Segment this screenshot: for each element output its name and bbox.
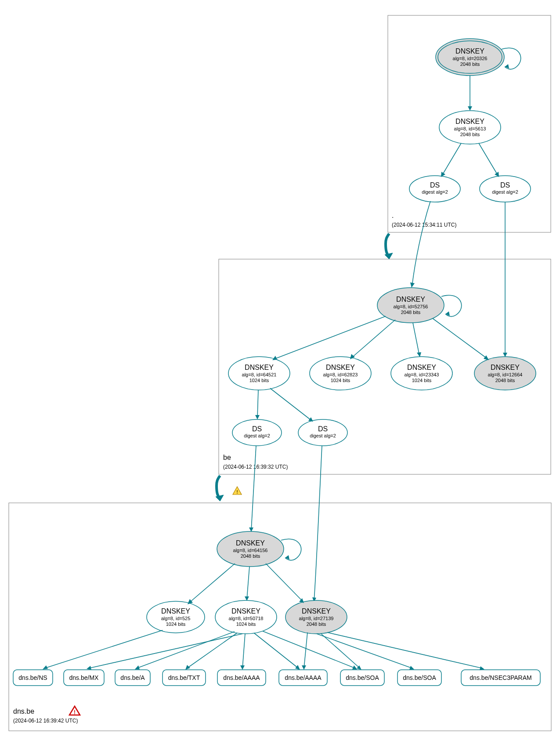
- svg-text:dns.be/AAAA: dns.be/AAAA: [285, 674, 322, 681]
- svg-text:alg=8, id=20326: alg=8, id=20326: [453, 56, 488, 61]
- svg-text:dns.be/NS: dns.be/NS: [18, 674, 47, 681]
- rrset-ns[interactable]: dns.be/NS: [13, 670, 53, 686]
- rrset-soa1[interactable]: dns.be/SOA: [340, 670, 384, 686]
- error-icon[interactable]: !: [69, 706, 80, 715]
- svg-text:1024 bits: 1024 bits: [331, 378, 350, 383]
- svg-marker-10: [468, 106, 472, 111]
- svg-text:dns.be/AAAA: dns.be/AAAA: [223, 674, 260, 681]
- node-dnsbe-z3[interactable]: DNSKEY alg=8, id=27139 2048 bits: [285, 600, 347, 634]
- svg-text:DNSKEY: DNSKEY: [326, 364, 355, 371]
- svg-text:2048 bits: 2048 bits: [401, 310, 421, 315]
- zone-root-label: .: [392, 212, 394, 219]
- svg-text:2048 bits: 2048 bits: [241, 553, 260, 559]
- svg-text:DNSKEY: DNSKEY: [245, 364, 274, 371]
- svg-text:DNSKEY: DNSKEY: [236, 539, 265, 547]
- svg-text:DNSKEY: DNSKEY: [396, 296, 425, 303]
- svg-text:alg=8, id=50718: alg=8, id=50718: [229, 616, 264, 621]
- svg-text:alg=8, id=525: alg=8, id=525: [161, 616, 191, 621]
- svg-text:alg=8, id=5613: alg=8, id=5613: [454, 126, 486, 131]
- warning-icon[interactable]: !: [233, 487, 242, 495]
- node-dnsbe-z2[interactable]: DNSKEY alg=8, id=50718 1024 bits: [215, 600, 277, 634]
- node-be-ds1[interactable]: DS digest alg=2: [232, 419, 282, 446]
- dnssec-graph: . (2024-06-12 15:34:11 UTC) DNSKEY alg=8…: [0, 0, 560, 744]
- svg-text:digest alg=2: digest alg=2: [310, 433, 336, 438]
- zone-be-label: be: [223, 454, 231, 461]
- rrset-txt[interactable]: dns.be/TXT: [163, 670, 206, 686]
- svg-text:DS: DS: [430, 181, 440, 189]
- svg-marker-5: [505, 64, 509, 69]
- edge-be-to-dnsbe-thick: [217, 476, 220, 499]
- edge-root-ksk-self: [502, 48, 521, 69]
- node-be-ksk[interactable]: DNSKEY alg=8, id=52756 2048 bits: [377, 288, 444, 323]
- svg-text:digest alg=2: digest alg=2: [244, 433, 270, 438]
- svg-marker-105: [409, 666, 414, 670]
- edge-rootzsk-ds1: [442, 143, 461, 176]
- svg-text:dns.be/SOA: dns.be/SOA: [346, 674, 379, 681]
- svg-text:alg=8, id=62823: alg=8, id=62823: [323, 372, 358, 377]
- svg-marker-102: [240, 665, 245, 670]
- svg-marker-79: [299, 598, 304, 603]
- svg-marker-101: [185, 665, 190, 670]
- svg-text:dns.be/SOA: dns.be/SOA: [403, 674, 436, 681]
- svg-text:alg=8, id=64521: alg=8, id=64521: [242, 372, 277, 377]
- rrset-aaaa1[interactable]: dns.be/AAAA: [217, 670, 266, 686]
- svg-marker-53: [255, 415, 260, 419]
- node-root-ds1[interactable]: DS digest alg=2: [409, 176, 460, 202]
- rrset-soa2[interactable]: dns.be/SOA: [397, 670, 441, 686]
- edge-be-ksk-self: [441, 295, 462, 316]
- svg-point-11: [409, 176, 460, 202]
- node-be-z2[interactable]: DNSKEY alg=8, id=62823 1024 bits: [310, 357, 371, 390]
- svg-text:dns.be/NSEC3PARAM: dns.be/NSEC3PARAM: [470, 674, 531, 681]
- svg-marker-25: [410, 282, 415, 288]
- rrset-a[interactable]: dns.be/A: [115, 670, 150, 686]
- svg-marker-100: [135, 665, 140, 669]
- svg-marker-62: [285, 555, 289, 560]
- svg-text:DS: DS: [318, 425, 328, 433]
- svg-text:1024 bits: 1024 bits: [412, 378, 432, 383]
- svg-text:DNSKEY: DNSKEY: [161, 607, 190, 615]
- node-be-z4[interactable]: DNSKEY alg=8, id=12664 2048 bits: [474, 357, 536, 390]
- svg-text:alg=8, id=23343: alg=8, id=23343: [405, 372, 439, 377]
- svg-text:DS: DS: [500, 181, 510, 189]
- svg-text:DNSKEY: DNSKEY: [455, 47, 484, 55]
- svg-text:2048 bits: 2048 bits: [495, 378, 515, 383]
- rrset-mx[interactable]: dns.be/MX: [64, 670, 104, 686]
- svg-text:!: !: [236, 489, 238, 495]
- svg-text:2048 bits: 2048 bits: [460, 61, 480, 67]
- node-dnsbe-z1[interactable]: DNSKEY alg=8, id=525 1024 bits: [147, 601, 205, 633]
- svg-point-50: [298, 419, 347, 446]
- edge-rootzsk-ds2: [479, 143, 498, 176]
- rrset-nsec3param[interactable]: dns.be/NSEC3PARAM: [461, 670, 540, 686]
- svg-text:DS: DS: [252, 425, 262, 433]
- svg-text:alg=8, id=12664: alg=8, id=12664: [488, 372, 523, 377]
- edge-root-to-be-thick: [386, 234, 389, 257]
- svg-marker-24: [445, 311, 450, 316]
- svg-text:2048 bits: 2048 bits: [307, 621, 326, 627]
- node-root-ksk[interactable]: DNSKEY alg=8, id=20326 2048 bits: [436, 39, 504, 76]
- svg-point-15: [480, 176, 531, 202]
- rrset-aaaa2[interactable]: dns.be/AAAA: [279, 670, 327, 686]
- svg-marker-103: [295, 665, 300, 670]
- svg-text:1024 bits: 1024 bits: [236, 621, 256, 627]
- node-be-z3[interactable]: DNSKEY alg=8, id=23343 1024 bits: [391, 357, 452, 390]
- svg-point-47: [232, 419, 282, 446]
- node-be-ds2[interactable]: DS digest alg=2: [298, 419, 347, 446]
- node-root-zsk[interactable]: DNSKEY alg=8, id=5613 2048 bits: [439, 111, 501, 144]
- svg-text:1024 bits: 1024 bits: [166, 621, 186, 627]
- svg-marker-107: [302, 665, 306, 670]
- svg-marker-54: [308, 417, 313, 422]
- svg-text:2048 bits: 2048 bits: [460, 132, 480, 137]
- svg-text:digest alg=2: digest alg=2: [492, 189, 518, 195]
- zone-dnsbe-time: (2024-06-12 16:39:42 UTC): [13, 718, 78, 724]
- zone-dnsbe-box: [9, 503, 551, 731]
- svg-text:DNSKEY: DNSKEY: [407, 364, 436, 371]
- node-be-z1[interactable]: DNSKEY alg=8, id=64521 1024 bits: [228, 357, 290, 390]
- node-root-ds2[interactable]: DS digest alg=2: [480, 176, 531, 202]
- svg-text:!: !: [74, 709, 76, 715]
- zone-dnsbe-label: dns.be: [13, 708, 34, 715]
- zone-be-time: (2024-06-12 16:39:32 UTC): [223, 464, 288, 470]
- node-dnsbe-ksk[interactable]: DNSKEY alg=8, id=64156 2048 bits: [217, 531, 284, 567]
- svg-text:DNSKEY: DNSKEY: [231, 607, 260, 615]
- svg-text:DNSKEY: DNSKEY: [491, 364, 520, 371]
- svg-text:DNSKEY: DNSKEY: [302, 607, 331, 615]
